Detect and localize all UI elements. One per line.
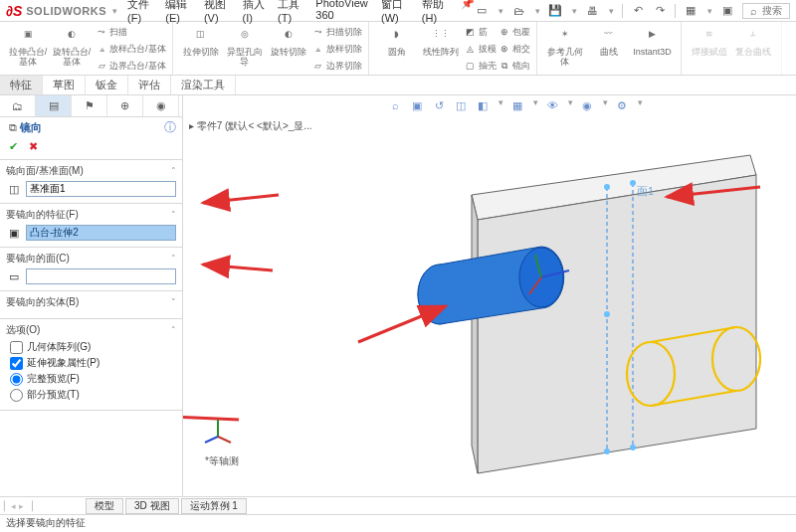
ref-geom-button[interactable]: ✶参考几何体	[543, 24, 587, 74]
menu-tools[interactable]: 工具(T)	[278, 0, 303, 24]
tab-evaluate[interactable]: 评估	[128, 76, 171, 94]
rib-icon: ◩	[465, 26, 477, 38]
mgrtab-config[interactable]: ⚑	[72, 95, 107, 116]
chevron-up-icon[interactable]: ˄	[171, 210, 176, 220]
boundary-button[interactable]: ▱边界凸台/基体	[96, 58, 166, 74]
menu-window[interactable]: 窗口(W)	[381, 0, 410, 24]
curves-button[interactable]: 〰曲线	[587, 24, 631, 74]
tab-scroll-icons[interactable]: ▏◂ ▸ ▕	[4, 501, 84, 511]
help-icon[interactable]: ⓘ	[164, 119, 176, 136]
chevron-up-icon[interactable]: ˄	[171, 166, 176, 176]
svg-line-18	[203, 195, 279, 203]
draft-button[interactable]: ◬拔模	[465, 41, 497, 57]
save-icon[interactable]: 💾	[548, 4, 562, 18]
wrap-button[interactable]: ⊕包覆	[498, 24, 530, 40]
settings-icon[interactable]: ▦	[684, 4, 697, 18]
mgrtab-dim[interactable]: ⊕	[107, 95, 143, 116]
chevron-down-icon[interactable]: ▾	[112, 6, 117, 16]
menu-insert[interactable]: 插入(I)	[243, 0, 267, 24]
section-mirror-plane: 镜向面/基准面(M)˄ ◫	[0, 160, 182, 204]
tab-sketch[interactable]: 草图	[43, 76, 86, 94]
weld-button: ≋焊接赋值	[688, 24, 731, 74]
orientation-triad[interactable]	[203, 417, 233, 446]
boundary-cut-button[interactable]: ▱边界切除	[312, 58, 362, 74]
extrude-cut-button[interactable]: ◫拉伸切除	[179, 24, 223, 74]
tree-icon: 🗂	[11, 99, 25, 113]
chevron-up-icon[interactable]: ˄	[171, 254, 176, 264]
menu-pin-icon[interactable]: 📌	[461, 0, 475, 24]
chevron-up-icon[interactable]: ˄	[171, 325, 176, 335]
loft-button[interactable]: ⟁放样凸台/基体	[96, 41, 166, 57]
mirror-button[interactable]: ⧉镜向	[498, 58, 530, 74]
viewport-3d[interactable]: ⌕ ▣ ↺ ◫ ◧▾ ▦▾ 👁▾ ◉▾ ⚙▾ ▸ 零件7 (默认< <默认>_显…	[183, 95, 796, 496]
opt-partial-preview[interactable]: 部分预览(T)	[10, 388, 176, 402]
instant3d-button[interactable]: ▶Instant3D	[631, 24, 675, 74]
tab-model[interactable]: 模型	[86, 498, 123, 514]
section-bodies: 要镜向的实体(B)˅	[0, 291, 182, 319]
mirror-plane-field[interactable]	[26, 181, 176, 197]
tab-sheetmetal[interactable]: 钣金	[86, 76, 128, 94]
search-input[interactable]	[760, 4, 786, 17]
section-label: 要镜向的特征(F)	[6, 208, 79, 222]
extrude-boss-icon: ▣	[17, 24, 39, 46]
rebuild-icon[interactable]: ▣	[720, 4, 734, 18]
intersect-button[interactable]: ⊗相交	[498, 41, 530, 57]
boundary-icon: ▱	[96, 60, 107, 72]
ribbon: ▣拉伸凸台/基体 ◐旋转凸台/基体 ⤳扫描 ⟁放样凸台/基体 ▱边界凸台/基体 …	[0, 22, 796, 76]
mirror-feature-icon: ⧉	[6, 120, 20, 134]
mgrtab-render[interactable]: ◉	[143, 95, 179, 116]
opt-full-preview[interactable]: 完整预览(F)	[10, 372, 176, 386]
menu-pv360[interactable]: PhotoView 360	[315, 0, 369, 24]
face-field[interactable]	[26, 268, 176, 284]
model-svg: 面1	[183, 95, 796, 496]
print-icon[interactable]: 🖶	[585, 4, 599, 18]
intersect-icon: ⊗	[498, 43, 510, 55]
tab-render[interactable]: 渲染工具	[171, 76, 236, 94]
feature-field[interactable]	[26, 225, 176, 241]
revolve-cut-button[interactable]: ◐旋转切除	[267, 24, 310, 74]
undo-icon[interactable]: ↶	[631, 4, 645, 18]
shell-button[interactable]: ▢抽壳	[465, 58, 497, 74]
svg-point-6	[630, 180, 636, 186]
menu-help[interactable]: 帮助(H)	[422, 0, 449, 24]
wrap-icon: ⊕	[498, 26, 510, 38]
section-label: 要镜向的实体(B)	[6, 295, 79, 309]
fillet-icon: ◗	[386, 24, 408, 46]
menu-view[interactable]: 视图(V)	[204, 0, 231, 24]
quick-toolbar: ▭▾ 🗁▾ 💾▾ 🖶▾ ↶ ↷ ▦▾ ▣ ⌕	[475, 3, 790, 19]
tab-3dview[interactable]: 3D 视图	[125, 498, 179, 514]
property-icon: ▤	[47, 99, 61, 113]
draft-icon: ◬	[465, 43, 477, 55]
ok-button[interactable]: ✔	[6, 139, 20, 153]
sweep-button[interactable]: ⤳扫描	[96, 24, 166, 40]
linear-pattern-button[interactable]: ⋮⋮线性阵列	[419, 24, 463, 74]
open-icon[interactable]: 🗁	[511, 4, 525, 18]
search-box[interactable]: ⌕	[742, 3, 790, 19]
extrude-boss-button[interactable]: ▣拉伸凸台/基体	[6, 24, 50, 74]
opt-geom-pattern[interactable]: 几何体阵列(G)	[10, 340, 176, 354]
svg-point-4	[604, 311, 610, 317]
status-text: 选择要镜向的特征	[6, 517, 86, 528]
redo-icon[interactable]: ↷	[653, 4, 667, 18]
sweep-cut-button[interactable]: ⤳扫描切除	[312, 24, 362, 40]
ribbon-group-cut: ◫拉伸切除 ◎异型孔向导 ◐旋转切除 ⤳扫描切除 ⟁放样切除 ▱边界切除	[173, 22, 369, 75]
loft-cut-button[interactable]: ⟁放样切除	[312, 41, 362, 57]
svg-point-5	[604, 448, 610, 454]
tab-feature[interactable]: 特征	[0, 76, 43, 94]
menu-edit[interactable]: 编辑(E)	[165, 0, 192, 24]
svg-marker-1	[478, 175, 756, 473]
hole-wizard-button[interactable]: ◎异型孔向导	[223, 24, 267, 74]
rib-button[interactable]: ◩筋	[465, 24, 497, 40]
pm-confirm-row: ✔ ✖	[0, 137, 182, 160]
fillet-button[interactable]: ◗圆角	[375, 24, 419, 74]
section-options: 选项(O)˄ 几何体阵列(G) 延伸视象属性(P) 完整预览(F) 部分预览(T…	[0, 319, 182, 411]
menu-file[interactable]: 文件(F)	[127, 0, 153, 24]
revolve-boss-button[interactable]: ◐旋转凸台/基体	[50, 24, 94, 74]
tab-motion[interactable]: 运动算例 1	[181, 498, 247, 514]
mgrtab-property[interactable]: ▤	[36, 95, 72, 116]
cancel-button[interactable]: ✖	[26, 139, 40, 153]
mgrtab-feature-tree[interactable]: 🗂	[0, 95, 36, 116]
opt-propagate[interactable]: 延伸视象属性(P)	[10, 356, 176, 370]
new-icon[interactable]: ▭	[475, 4, 489, 18]
chevron-down-icon[interactable]: ˅	[171, 297, 176, 307]
